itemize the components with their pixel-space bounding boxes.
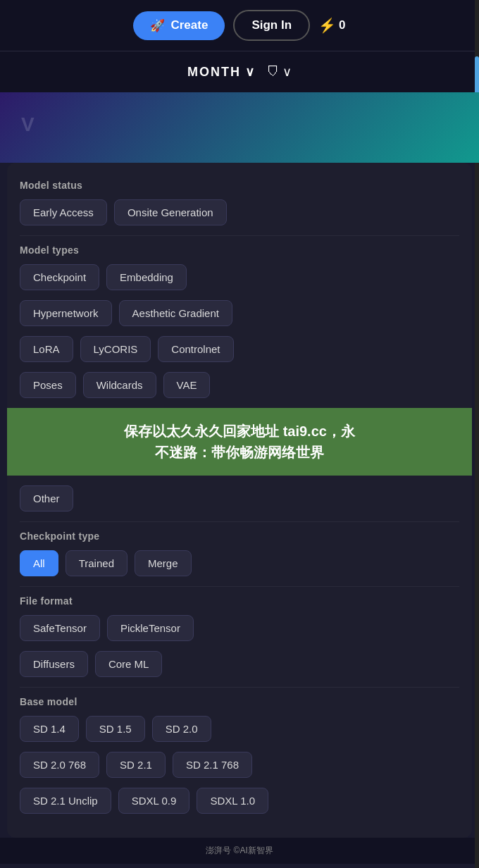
divider-1: [20, 235, 459, 236]
divider-3: [20, 586, 459, 587]
tag-checkpoint[interactable]: Checkpoint: [20, 264, 99, 290]
signin-button[interactable]: Sign In: [233, 10, 310, 41]
base-model-label: Base model: [20, 696, 459, 707]
month-selector[interactable]: MONTH ∨: [187, 64, 256, 80]
tag-sd15[interactable]: SD 1.5: [86, 716, 145, 742]
rocket-icon: 🚀: [150, 18, 165, 33]
tag-lycoris[interactable]: LyCORIS: [80, 336, 151, 362]
tag-hypernetwork[interactable]: Hypernetwork: [20, 300, 112, 326]
tag-sd20[interactable]: SD 2.0: [152, 716, 211, 742]
tag-merge[interactable]: Merge: [135, 550, 192, 576]
file-format-row1: SafeTensor PickleTensor: [20, 615, 459, 641]
tag-safetensor[interactable]: SafeTensor: [20, 615, 100, 641]
model-types-row4: Poses Wildcards VAE: [20, 372, 459, 398]
tag-sdxl09[interactable]: SDXL 0.9: [118, 788, 190, 814]
divider-4: [20, 687, 459, 688]
tag-sd14[interactable]: SD 1.4: [20, 716, 79, 742]
tag-vae[interactable]: VAE: [163, 372, 211, 398]
file-format-row2: Diffusers Core ML: [20, 651, 459, 677]
promo-banner: 保存以太久永久回家地址 tai9.cc，永 不迷路：带你畅游网络世界: [7, 408, 472, 476]
model-types-row3: LoRA LyCORIS Controlnet: [20, 336, 459, 362]
promo-line1: 保存以太久永久回家地址 tai9.cc，永: [21, 421, 458, 442]
create-button[interactable]: 🚀 Create: [133, 11, 225, 40]
filter-funnel-icon: ⛉: [267, 65, 280, 80]
bg-overlay-letter: V: [21, 113, 35, 136]
tag-aesthetic-gradient[interactable]: Aesthetic Gradient: [119, 300, 232, 326]
tag-other[interactable]: Other: [20, 485, 73, 512]
model-types-row1: Checkpoint Embedding: [20, 264, 459, 290]
checkpoint-type-label: Checkpoint type: [20, 531, 459, 542]
tag-pickletensor[interactable]: PickleTensor: [107, 615, 194, 641]
filter-chevron-icon: ∨: [282, 64, 292, 80]
watermark-text: 澎湃号 ©AI新智界: [206, 845, 273, 855]
base-model-row3: SD 2.1 Unclip SDXL 0.9 SDXL 1.0: [20, 788, 459, 814]
tag-onsite-generation[interactable]: Onsite Generation: [114, 199, 227, 225]
month-chevron-icon: ∨: [245, 64, 256, 80]
create-label: Create: [170, 18, 208, 32]
tag-embedding[interactable]: Embedding: [106, 264, 187, 290]
tag-sdxl10[interactable]: SDXL 1.0: [197, 788, 268, 814]
tag-sd21-unclip[interactable]: SD 2.1 Unclip: [20, 788, 111, 814]
background-image-area: V: [0, 92, 479, 163]
lightning-count: 0: [339, 18, 345, 32]
filter-icon-button[interactable]: ⛉ ∨: [267, 64, 292, 80]
tag-controlnet[interactable]: Controlnet: [158, 336, 233, 362]
checkpoint-type-tags: All Trained Merge: [20, 550, 459, 576]
topbar: 🚀 Create Sign In ⚡ 0: [0, 0, 479, 51]
lightning-icon: ⚡: [318, 17, 336, 34]
tag-sd21-768[interactable]: SD 2.1 768: [173, 752, 252, 778]
file-format-label: File format: [20, 595, 459, 607]
model-types-label: Model types: [20, 244, 459, 256]
tag-trained[interactable]: Trained: [66, 550, 127, 576]
tag-sd20-768[interactable]: SD 2.0 768: [20, 752, 99, 778]
model-types-row2: Hypernetwork Aesthetic Gradient: [20, 300, 459, 326]
promo-line2: 不迷路：带你畅游网络世界: [21, 442, 458, 463]
tag-sd21[interactable]: SD 2.1: [106, 752, 166, 778]
tag-all[interactable]: All: [20, 550, 58, 576]
watermark: 澎湃号 ©AI新智界: [0, 838, 479, 864]
base-model-row1: SD 1.4 SD 1.5 SD 2.0: [20, 716, 459, 742]
model-types-row5: Other: [20, 485, 459, 512]
month-label: MONTH: [187, 65, 241, 80]
model-status-tags: Early Access Onsite Generation: [20, 199, 459, 225]
tag-lora[interactable]: LoRA: [20, 336, 73, 362]
signin-label: Sign In: [251, 18, 292, 32]
tag-poses[interactable]: Poses: [20, 372, 76, 398]
base-model-row2: SD 2.0 768 SD 2.1 SD 2.1 768: [20, 752, 459, 778]
tag-early-access[interactable]: Early Access: [20, 199, 107, 225]
divider-2: [20, 521, 459, 522]
model-status-label: Model status: [20, 180, 459, 191]
tag-wildcards[interactable]: Wildcards: [83, 372, 156, 398]
tag-core-ml[interactable]: Core ML: [95, 651, 163, 677]
tag-diffusers[interactable]: Diffusers: [20, 651, 88, 677]
filter-bar: MONTH ∨ ⛉ ∨: [0, 51, 479, 92]
filter-dropdown-panel: Model status Early Access Onsite Generat…: [7, 163, 472, 838]
lightning-badge: ⚡ 0: [318, 17, 345, 34]
